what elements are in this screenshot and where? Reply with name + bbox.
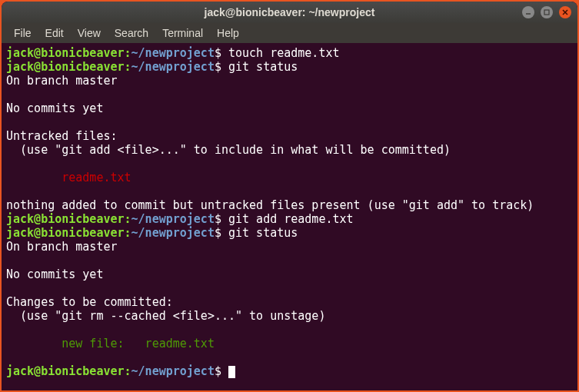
prompt-dollar: $ (215, 226, 221, 240)
prompt-line: jack@bionicbeaver:~/newproject$ git add … (6, 212, 573, 226)
terminal-content[interactable]: jack@bionicbeaver:~/newproject$ touch re… (2, 43, 577, 390)
output-blank (6, 88, 573, 101)
cmd-text: git add readme.txt (221, 212, 354, 226)
prompt-user: jack@bionicbeaver (6, 226, 125, 240)
minimize-button[interactable] (522, 6, 534, 18)
prompt-dollar: $ (215, 364, 221, 378)
prompt-path: ~/newproject (131, 46, 215, 60)
svg-rect-1 (544, 10, 549, 15)
cmd-text: git status (221, 60, 298, 74)
output-line: (use "git rm --cached <file>..." to unst… (6, 309, 573, 323)
prompt-colon: : (125, 60, 131, 74)
prompt-user: jack@bionicbeaver (6, 212, 125, 226)
titlebar: jack@bionicbeaver: ~/newproject (2, 2, 577, 23)
prompt-dollar: $ (215, 60, 221, 74)
output-line: On branch master (6, 240, 573, 254)
cmd-text (221, 364, 228, 378)
prompt-path: ~/newproject (131, 226, 215, 240)
cmd-text: git status (221, 226, 298, 240)
prompt-path: ~/newproject (131, 364, 215, 378)
minimize-icon (525, 9, 531, 15)
window-title: jack@bionicbeaver: ~/newproject (2, 6, 577, 18)
prompt-path: ~/newproject (131, 60, 215, 74)
output-blank (6, 157, 573, 171)
output-blank (6, 323, 573, 337)
menu-file[interactable]: File (8, 25, 38, 41)
terminal-window: jack@bionicbeaver: ~/newproject File Edi… (2, 2, 577, 390)
prompt-line: jack@bionicbeaver:~/newproject$ touch re… (6, 46, 573, 60)
output-blank (6, 281, 573, 295)
prompt-line: jack@bionicbeaver:~/newproject$ git stat… (6, 60, 573, 74)
window-controls (522, 6, 571, 18)
prompt-user: jack@bionicbeaver (6, 364, 125, 378)
output-line: nothing added to commit but untracked fi… (6, 198, 573, 212)
prompt-line: jack@bionicbeaver:~/newproject$ (6, 364, 573, 378)
menubar: File Edit View Search Terminal Help (2, 23, 577, 43)
prompt-colon: : (125, 364, 131, 378)
output-line: No commits yet (6, 101, 573, 115)
close-icon (562, 9, 568, 15)
prompt-dollar: $ (215, 212, 221, 226)
maximize-button[interactable] (541, 6, 553, 18)
prompt-line: jack@bionicbeaver:~/newproject$ git stat… (6, 226, 573, 240)
cmd-text: touch readme.txt (221, 46, 340, 60)
prompt-dollar: $ (215, 46, 221, 60)
untracked-file: readme.txt (6, 171, 573, 184)
output-blank (6, 254, 573, 267)
output-blank (6, 184, 573, 198)
output-line: No commits yet (6, 267, 573, 281)
menu-search[interactable]: Search (108, 25, 155, 41)
prompt-path: ~/newproject (131, 212, 215, 226)
prompt-colon: : (125, 212, 131, 226)
staged-file: new file: readme.txt (6, 337, 573, 350)
output-blank (6, 350, 573, 364)
output-blank (6, 115, 573, 129)
output-line: Changes to be committed: (6, 295, 573, 309)
prompt-user: jack@bionicbeaver (6, 46, 125, 60)
output-line: (use "git add <file>..." to include in w… (6, 143, 573, 157)
prompt-colon: : (125, 226, 131, 240)
prompt-user: jack@bionicbeaver (6, 60, 125, 74)
prompt-colon: : (125, 46, 131, 60)
menu-help[interactable]: Help (211, 25, 245, 41)
menu-view[interactable]: View (72, 25, 107, 41)
cursor (228, 366, 235, 378)
menu-terminal[interactable]: Terminal (156, 25, 209, 41)
output-line: On branch master (6, 74, 573, 88)
output-line: Untracked files: (6, 129, 573, 143)
close-button[interactable] (559, 6, 571, 18)
maximize-icon (544, 9, 550, 15)
menu-edit[interactable]: Edit (39, 25, 70, 41)
